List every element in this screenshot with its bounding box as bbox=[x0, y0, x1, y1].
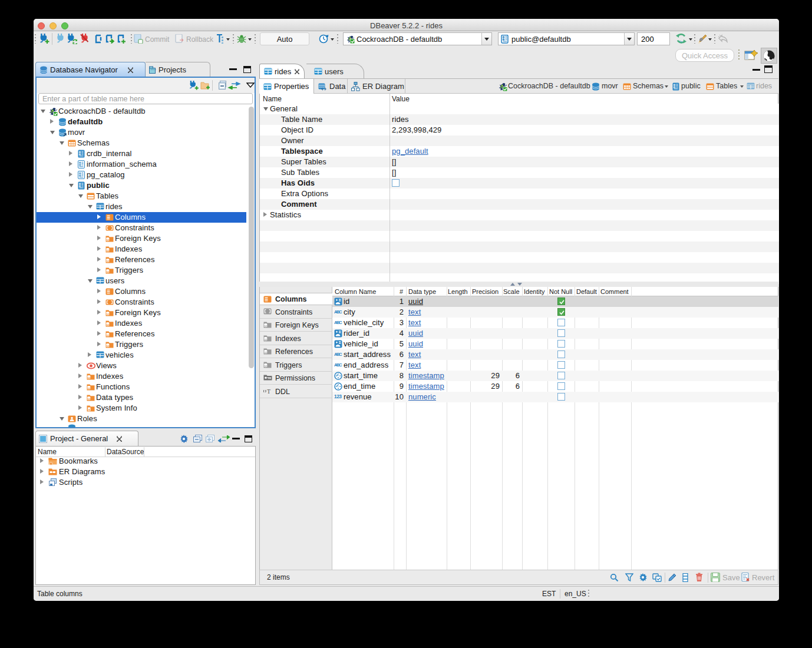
svg-text:T: T bbox=[267, 388, 270, 395]
